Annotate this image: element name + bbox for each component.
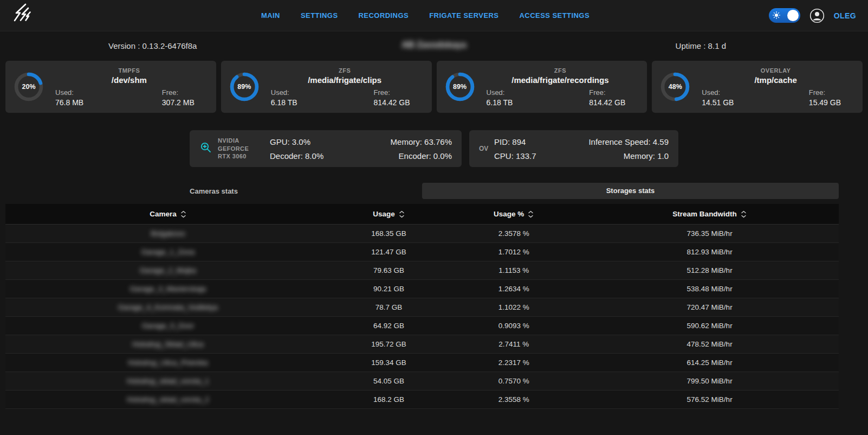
- usage-cell: 54.05 GB: [331, 372, 447, 391]
- user-avatar-icon[interactable]: [809, 8, 825, 24]
- camera-name-cell: Holodnyj_sklad_vorota_2: [5, 391, 331, 409]
- storage-card-tmpfs: 20% TMPFS /dev/shm Used: 76.8 MB Free: 3…: [5, 61, 216, 113]
- donut-percent-label: 48%: [659, 71, 691, 103]
- table-header-row: Camera Usage Usage %: [5, 204, 839, 225]
- toggle-knob: [787, 10, 799, 21]
- table-row: Holodnyj_sklad_vorota_1 54.05 GB 0.7570 …: [5, 372, 839, 391]
- storage-path-label: /media/frigate/clips: [265, 75, 424, 85]
- table-row: Garage_2_Mojka 79.63 GB 1.1153 % 512.28 …: [5, 261, 839, 280]
- usage-percent-cell: 2.2317 %: [447, 354, 580, 372]
- top-navbar: MAIN SETTINGS RECORDINGS FRIGATE SERVERS…: [0, 0, 868, 31]
- nav-item-settings[interactable]: SETTINGS: [301, 11, 338, 20]
- detector-memory-stat: Memory: 1.0: [588, 151, 669, 161]
- free-label: Free:: [809, 88, 841, 97]
- storage-card-cache: 48% OVERLAY /tmp/cache Used: 14.51 GB Fr…: [652, 61, 863, 113]
- usage-cell: 64.92 GB: [331, 317, 447, 335]
- nav-item-access-settings[interactable]: ACCESS SETTINGS: [520, 11, 590, 20]
- storage-usage-donut: 48%: [659, 71, 691, 103]
- column-header-camera[interactable]: Camera: [5, 204, 331, 225]
- usage-percent-cell: 2.3578 %: [447, 225, 580, 243]
- free-label: Free:: [162, 88, 195, 97]
- free-label: Free:: [374, 88, 410, 97]
- tab-cameras-stats[interactable]: Cameras stats: [5, 187, 422, 195]
- table-row: Holodnyj_Ulica_Priemka 159.34 GB 2.2317 …: [5, 354, 839, 372]
- donut-percent-label: 89%: [444, 71, 476, 103]
- free-value: 814.42 GB: [589, 98, 625, 107]
- usage-percent-cell: 1.2634 %: [447, 280, 580, 298]
- storage-cards-row: 20% TMPFS /dev/shm Used: 76.8 MB Free: 3…: [0, 61, 868, 113]
- storage-type-label: OVERLAY: [696, 67, 855, 74]
- camera-name-cell: Holodnyj_sklad_vorota_1: [5, 372, 331, 391]
- column-header-usage-percent[interactable]: Usage %: [447, 204, 580, 225]
- nav-item-frigate-servers[interactable]: FRIGATE SERVERS: [429, 11, 498, 20]
- main-navigation: MAIN SETTINGS RECORDINGS FRIGATE SERVERS…: [261, 11, 590, 20]
- used-label: Used:: [55, 88, 83, 97]
- storage-path-label: /media/frigate/recordings: [481, 75, 640, 85]
- detector-cpu-stat: CPU: 133.7: [494, 151, 536, 161]
- theme-toggle[interactable]: [769, 8, 800, 23]
- storage-card-clips: 89% ZFS /media/frigate/clips Used: 6.18 …: [221, 61, 432, 113]
- used-value: 14.51 GB: [702, 98, 734, 107]
- gpu-detect-icon: [199, 141, 212, 156]
- usage-cell: 159.34 GB: [331, 354, 447, 372]
- gpu-encoder-stat: Encoder: 0.0%: [391, 151, 452, 161]
- hardware-row: NVIDIA GEFORCE RTX 3060 GPU: 3.0% Decode…: [0, 130, 868, 167]
- storage-usage-donut: 89%: [229, 71, 260, 103]
- usage-percent-cell: 1.7012 %: [447, 243, 580, 261]
- camera-name-cell: Garage_1_Zona: [5, 243, 331, 261]
- column-header-stream-bandwidth[interactable]: Stream Bandwidth: [580, 204, 839, 225]
- usage-cell: 168.2 GB: [331, 391, 447, 409]
- bandwidth-cell: 736.35 MiB/hr: [580, 225, 839, 243]
- sort-icon[interactable]: [528, 210, 534, 218]
- table-row: Garage_1_Zona 121.47 GB 1.7012 % 812.93 …: [5, 243, 839, 261]
- storage-usage-donut: 89%: [444, 71, 476, 103]
- storage-card-recordings: 89% ZFS /media/frigate/recordings Used: …: [437, 61, 647, 113]
- tab-storages-stats[interactable]: Storages stats: [422, 183, 839, 199]
- nav-item-main[interactable]: MAIN: [261, 11, 280, 20]
- navbar-right-group: OLEG: [769, 8, 856, 24]
- current-user-label[interactable]: OLEG: [834, 11, 856, 20]
- table-row: Bolgakovo 168.35 GB 2.3578 % 736.35 MiB/…: [5, 225, 839, 243]
- usage-cell: 121.47 GB: [331, 243, 447, 261]
- free-value: 15.49 GB: [809, 98, 841, 107]
- version-label: Version : 0.13.2-6476f8a: [108, 41, 197, 50]
- table-row: Garage_3_Masterskaja 90.21 GB 1.2634 % 5…: [5, 280, 839, 298]
- usage-percent-cell: 1.1153 %: [447, 261, 580, 280]
- table-row: Garage_4_Komnata_Voditelya 78.7 GB 1.102…: [5, 298, 839, 317]
- table-row: Holodnyj_sklad_vorota_2 168.2 GB 2.3558 …: [5, 391, 839, 409]
- gpu-decoder-stat: Decoder: 8.0%: [270, 151, 323, 161]
- bandwidth-cell: 799.50 MiB/hr: [580, 372, 839, 391]
- free-value: 307.2 MB: [162, 98, 195, 107]
- storage-usage-donut: 20%: [13, 71, 44, 103]
- usage-cell: 78.7 GB: [331, 298, 447, 317]
- bandwidth-cell: 614.25 MiB/hr: [580, 354, 839, 372]
- storage-path-label: /dev/shm: [50, 75, 209, 85]
- sort-icon[interactable]: [399, 210, 405, 218]
- bandwidth-cell: 538.48 MiB/hr: [580, 280, 839, 298]
- free-label: Free:: [589, 88, 625, 97]
- gpu-memory-stat: Memory: 63.76%: [391, 137, 452, 146]
- table-row: Garage_5_Dvor 64.92 GB 0.9093 % 590.62 M…: [5, 317, 839, 335]
- nav-item-recordings[interactable]: RECORDINGS: [359, 11, 409, 20]
- usage-percent-cell: 0.9093 %: [447, 317, 580, 335]
- bandwidth-cell: 590.62 MiB/hr: [580, 317, 839, 335]
- status-header: Version : 0.13.2-6476f8a AB Zavodskaya U…: [0, 31, 868, 61]
- detector-pid-stat: PID: 894: [494, 137, 536, 146]
- sort-icon[interactable]: [180, 210, 186, 218]
- gpu-card: NVIDIA GEFORCE RTX 3060 GPU: 3.0% Decode…: [190, 130, 462, 167]
- used-value: 76.8 MB: [55, 98, 83, 107]
- detector-card: OV PID: 894 CPU: 133.7 Inference Speed: …: [469, 130, 678, 167]
- usage-percent-cell: 2.7411 %: [447, 335, 580, 354]
- donut-percent-label: 89%: [229, 71, 260, 103]
- table-row: Holodnyj_Sklad_Ulica 195.72 GB 2.7411 % …: [5, 335, 839, 354]
- camera-name-cell: Holodnyj_Ulica_Priemka: [5, 354, 331, 372]
- free-value: 814.42 GB: [374, 98, 410, 107]
- camera-name-cell: Garage_4_Komnata_Voditelya: [5, 298, 331, 317]
- column-header-usage[interactable]: Usage: [331, 204, 447, 225]
- camera-name-cell: Bolgakovo: [5, 225, 331, 243]
- usage-percent-cell: 0.7570 %: [447, 372, 580, 391]
- bandwidth-cell: 512.28 MiB/hr: [580, 261, 839, 280]
- usage-cell: 79.63 GB: [331, 261, 447, 280]
- sort-icon[interactable]: [741, 210, 747, 218]
- used-label: Used:: [702, 88, 734, 97]
